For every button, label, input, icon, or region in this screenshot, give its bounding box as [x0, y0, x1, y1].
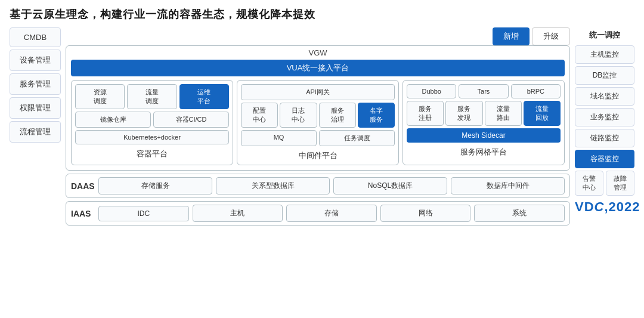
page-container: 基于云原生理念，构建行业一流的容器生态，规模化降本提效 CMDB 设备管理 服务… — [0, 0, 644, 318]
db-monitor[interactable]: DB监控 — [575, 66, 634, 85]
vdc-comma: , — [604, 199, 608, 214]
brpc: bRPC — [511, 84, 561, 98]
sm-grid: 服务注册 服务发现 流量路由 流量回放 — [407, 101, 561, 126]
right-bottom-row: 告警中心 故障管理 — [575, 171, 634, 196]
service-mesh-platform: Dubbo Tars bRPC 服务注册 服务发现 流量路由 流量回放 Mesh… — [402, 80, 565, 165]
db-middleware: 数据库中间件 — [451, 177, 565, 194]
tars: Tars — [459, 84, 508, 98]
vdc-year: 2022 — [609, 199, 640, 214]
sidebar-item-permission[interactable]: 权限管理 — [10, 97, 61, 119]
add-button[interactable]: 新增 — [493, 27, 530, 45]
vdc-logo: VDC,2022 — [575, 199, 634, 215]
container-monitor[interactable]: 容器监控 — [575, 150, 634, 168]
vgw-label: VGW — [71, 48, 565, 57]
mw-grid: 配置中心 日志中心 服务治理 名字服务 — [241, 103, 395, 128]
sidebar-item-cmdb[interactable]: CMDB — [10, 27, 61, 47]
storage-service: 存储服务 — [98, 177, 212, 194]
service-governance: 服务治理 — [319, 103, 356, 128]
task-scheduling: 任务调度 — [319, 130, 395, 146]
biz-monitor[interactable]: 业务监控 — [575, 108, 634, 126]
service-register: 服务注册 — [407, 101, 444, 126]
traffic-replay: 流量回放 — [524, 101, 561, 126]
kubernetes-docker: Kubernetes+docker — [75, 130, 229, 144]
container-top-row: 资源调度 流量调度 运维平台 — [75, 84, 229, 109]
middleware-platform-title: 中间件平台 — [241, 150, 395, 161]
mesh-sidecar: Mesh Sidecar — [407, 128, 561, 143]
api-gateway: API网关 — [241, 84, 395, 100]
main-area: CMDB 设备管理 服务管理 权限管理 流程管理 新增 升级 VGW VUA统一… — [10, 27, 634, 313]
container-row2: 镜像仓库 容器CI/CD — [75, 112, 229, 128]
vgw-section: VGW VUA统一接入平台 资源调度 流量调度 运维平台 镜像仓库 容器CI/C… — [66, 45, 570, 171]
right-sidebar: 统一调控 主机监控 DB监控 域名监控 业务监控 链路监控 容器监控 告警中心 … — [575, 27, 634, 313]
top-buttons-row: 新增 升级 — [493, 27, 570, 45]
upgrade-button[interactable]: 升级 — [532, 27, 570, 45]
sidebar-item-service[interactable]: 服务管理 — [10, 73, 61, 95]
system: 系统 — [474, 205, 565, 222]
sm-top-row: Dubbo Tars bRPC — [407, 84, 561, 98]
traffic-routing: 流量路由 — [485, 101, 522, 126]
fault-mgmt[interactable]: 故障管理 — [606, 171, 634, 196]
log-center: 日志中心 — [280, 103, 317, 128]
alert-center[interactable]: 告警中心 — [575, 171, 603, 196]
domain-monitor[interactable]: 域名监控 — [575, 87, 634, 106]
container-platform: 资源调度 流量调度 运维平台 镜像仓库 容器CI/CD Kubernetes+d… — [71, 80, 233, 165]
image-repo: 镜像仓库 — [75, 112, 151, 128]
storage: 存储 — [286, 205, 377, 222]
vua-bar: VUA统一接入平台 — [71, 60, 565, 76]
idc: IDC — [98, 206, 189, 221]
container-platform-title: 容器平台 — [75, 149, 229, 159]
right-sidebar-title: 统一调控 — [575, 27, 634, 43]
container-cicd: 容器CI/CD — [153, 112, 229, 128]
resource-scheduling: 资源调度 — [75, 84, 125, 109]
center-diagram: 新增 升级 VGW VUA统一接入平台 资源调度 流量调度 运维平台 — [66, 27, 570, 313]
iaas-label: IAAS — [71, 209, 95, 218]
page-title: 基于云原生理念，构建行业一流的容器生态，规模化降本提效 — [10, 7, 634, 21]
nosql-db: NoSQL数据库 — [333, 177, 447, 194]
daas-row: DAAS 存储服务 关系型数据库 NoSQL数据库 数据库中间件 — [66, 174, 570, 198]
config-center: 配置中心 — [241, 103, 278, 128]
vdc-c: C — [595, 199, 605, 214]
service-mesh-title: 服务网格平台 — [407, 147, 561, 158]
dubbo: Dubbo — [407, 84, 456, 98]
host-monitor[interactable]: 主机监控 — [575, 45, 634, 64]
naming-service: 名字服务 — [358, 103, 395, 128]
sidebar-item-device[interactable]: 设备管理 — [10, 50, 61, 71]
mq: MQ — [241, 130, 317, 146]
sidebar-item-flow[interactable]: 流程管理 — [10, 121, 61, 143]
iaas-row: IAAS IDC 主机 存储 网络 系统 — [66, 201, 570, 226]
network: 网络 — [380, 205, 471, 222]
vdc-text: VD — [575, 199, 595, 214]
platforms-row: 资源调度 流量调度 运维平台 镜像仓库 容器CI/CD Kubernetes+d… — [71, 80, 565, 165]
relational-db: 关系型数据库 — [216, 177, 330, 194]
ops-platform: 运维平台 — [179, 84, 229, 109]
mw-bottom-row: MQ 任务调度 — [241, 130, 395, 146]
link-monitor[interactable]: 链路监控 — [575, 129, 634, 147]
service-discovery: 服务发现 — [445, 101, 482, 126]
daas-label: DAAS — [71, 181, 95, 191]
middleware-platform: API网关 配置中心 日志中心 服务治理 名字服务 MQ 任务调度 中间件平台 — [237, 80, 399, 165]
host: 主机 — [193, 205, 283, 222]
left-sidebar: CMDB 设备管理 服务管理 权限管理 流程管理 — [10, 27, 61, 313]
traffic-scheduling: 流量调度 — [127, 84, 177, 109]
